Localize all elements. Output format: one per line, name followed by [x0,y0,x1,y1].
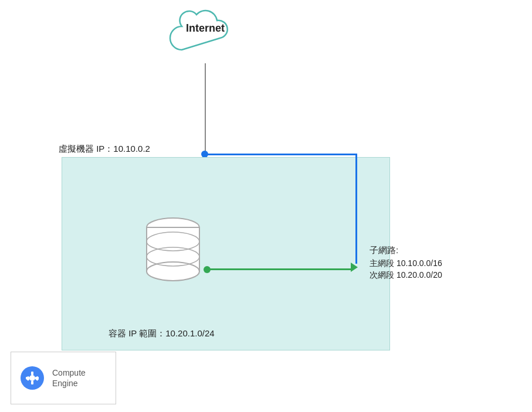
cloud-shape [158,6,252,64]
cloud-vertical-line [205,63,206,151]
svg-point-2 [147,262,199,281]
subnet-main: 主網段 10.10.0.0/16 [370,258,442,269]
blue-line-vertical [355,154,357,264]
green-arrow [351,263,358,272]
svg-rect-8 [31,381,33,384]
compute-engine-icon [19,365,45,391]
database-icon [141,211,205,290]
container-ip-label: 容器 IP 範圍：10.20.1.0/24 [109,328,215,339]
vpc-area [62,157,390,350]
subnet-labels: 子網路: 主網段 10.10.0.0/16 次網段 10.20.0.0/20 [370,245,442,281]
subnet-secondary: 次網段 10.20.0.0/20 [370,270,442,281]
svg-point-6 [29,375,35,381]
compute-engine-box: Compute Engine [11,352,116,404]
green-line-horizontal [209,268,353,270]
blue-line-horizontal [204,154,357,155]
vm-ip-label: 虛擬機器 IP：10.10.0.2 [59,144,150,155]
compute-engine-label: Compute Engine [52,367,86,389]
svg-rect-7 [31,372,33,375]
subnet-title: 子網路: [370,245,442,256]
diagram-container: Internet 虛擬機器 IP：10.10.0.2 子網路: 主網段 10.1… [0,0,532,412]
